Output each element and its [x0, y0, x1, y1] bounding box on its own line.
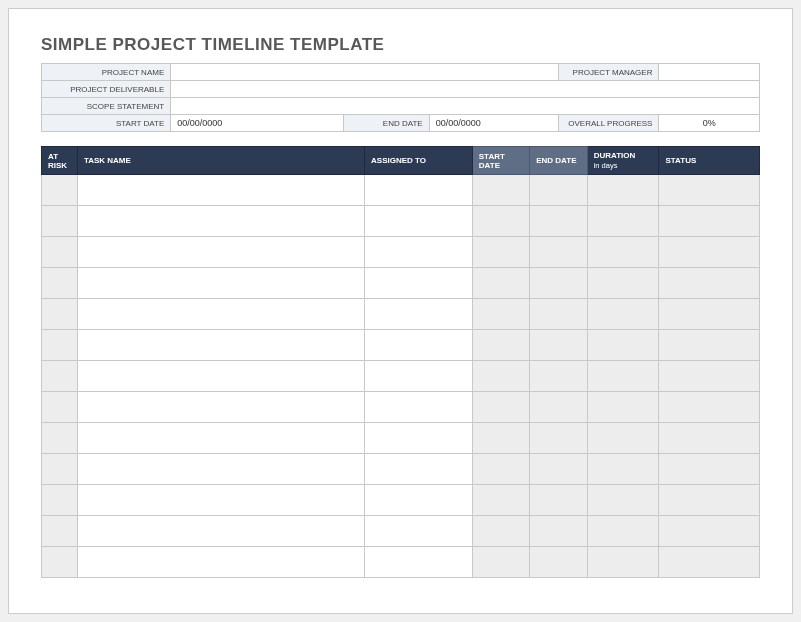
cell-start-date[interactable] — [472, 485, 529, 516]
cell-end-date[interactable] — [530, 516, 587, 547]
cell-duration[interactable] — [587, 454, 659, 485]
cell-duration[interactable] — [587, 237, 659, 268]
value-project-name[interactable] — [171, 64, 559, 81]
cell-end-date[interactable] — [530, 330, 587, 361]
cell-status[interactable] — [659, 361, 760, 392]
cell-assigned-to[interactable] — [365, 392, 473, 423]
cell-status[interactable] — [659, 330, 760, 361]
header-at-risk: AT RISK — [42, 147, 78, 175]
cell-duration[interactable] — [587, 268, 659, 299]
value-end-date[interactable]: 00/00/0000 — [429, 115, 558, 132]
cell-status[interactable] — [659, 392, 760, 423]
cell-task-name[interactable] — [77, 361, 364, 392]
cell-at-risk[interactable] — [42, 547, 78, 578]
cell-duration[interactable] — [587, 516, 659, 547]
cell-task-name[interactable] — [77, 237, 364, 268]
cell-status[interactable] — [659, 299, 760, 330]
cell-duration[interactable] — [587, 330, 659, 361]
cell-status[interactable] — [659, 454, 760, 485]
cell-task-name[interactable] — [77, 392, 364, 423]
cell-status[interactable] — [659, 237, 760, 268]
cell-at-risk[interactable] — [42, 361, 78, 392]
cell-start-date[interactable] — [472, 423, 529, 454]
cell-duration[interactable] — [587, 299, 659, 330]
cell-duration[interactable] — [587, 361, 659, 392]
cell-duration[interactable] — [587, 547, 659, 578]
value-project-manager[interactable] — [659, 64, 760, 81]
cell-end-date[interactable] — [530, 547, 587, 578]
cell-start-date[interactable] — [472, 392, 529, 423]
cell-end-date[interactable] — [530, 299, 587, 330]
cell-duration[interactable] — [587, 175, 659, 206]
cell-at-risk[interactable] — [42, 454, 78, 485]
cell-task-name[interactable] — [77, 299, 364, 330]
cell-at-risk[interactable] — [42, 516, 78, 547]
cell-assigned-to[interactable] — [365, 423, 473, 454]
cell-task-name[interactable] — [77, 454, 364, 485]
cell-start-date[interactable] — [472, 330, 529, 361]
cell-at-risk[interactable] — [42, 268, 78, 299]
cell-end-date[interactable] — [530, 206, 587, 237]
cell-status[interactable] — [659, 485, 760, 516]
cell-status[interactable] — [659, 423, 760, 454]
table-row — [42, 237, 760, 268]
cell-end-date[interactable] — [530, 268, 587, 299]
cell-status[interactable] — [659, 175, 760, 206]
cell-end-date[interactable] — [530, 485, 587, 516]
cell-status[interactable] — [659, 206, 760, 237]
cell-task-name[interactable] — [77, 547, 364, 578]
value-scope-statement[interactable] — [171, 98, 760, 115]
cell-task-name[interactable] — [77, 485, 364, 516]
cell-at-risk[interactable] — [42, 237, 78, 268]
cell-at-risk[interactable] — [42, 299, 78, 330]
cell-task-name[interactable] — [77, 516, 364, 547]
cell-end-date[interactable] — [530, 175, 587, 206]
cell-at-risk[interactable] — [42, 175, 78, 206]
value-start-date[interactable]: 00/00/0000 — [171, 115, 343, 132]
cell-assigned-to[interactable] — [365, 361, 473, 392]
cell-task-name[interactable] — [77, 423, 364, 454]
cell-start-date[interactable] — [472, 516, 529, 547]
cell-task-name[interactable] — [77, 206, 364, 237]
cell-at-risk[interactable] — [42, 423, 78, 454]
cell-start-date[interactable] — [472, 237, 529, 268]
cell-assigned-to[interactable] — [365, 454, 473, 485]
cell-assigned-to[interactable] — [365, 485, 473, 516]
cell-assigned-to[interactable] — [365, 175, 473, 206]
cell-at-risk[interactable] — [42, 206, 78, 237]
cell-duration[interactable] — [587, 206, 659, 237]
cell-start-date[interactable] — [472, 454, 529, 485]
value-project-deliverable[interactable] — [171, 81, 760, 98]
cell-end-date[interactable] — [530, 423, 587, 454]
cell-duration[interactable] — [587, 423, 659, 454]
label-project-manager: PROJECT MANAGER — [558, 64, 659, 81]
cell-status[interactable] — [659, 516, 760, 547]
cell-at-risk[interactable] — [42, 485, 78, 516]
cell-start-date[interactable] — [472, 361, 529, 392]
cell-status[interactable] — [659, 268, 760, 299]
cell-end-date[interactable] — [530, 237, 587, 268]
cell-duration[interactable] — [587, 392, 659, 423]
cell-assigned-to[interactable] — [365, 299, 473, 330]
cell-status[interactable] — [659, 547, 760, 578]
cell-assigned-to[interactable] — [365, 330, 473, 361]
cell-task-name[interactable] — [77, 330, 364, 361]
cell-task-name[interactable] — [77, 175, 364, 206]
cell-end-date[interactable] — [530, 392, 587, 423]
cell-assigned-to[interactable] — [365, 268, 473, 299]
cell-start-date[interactable] — [472, 175, 529, 206]
cell-duration[interactable] — [587, 485, 659, 516]
cell-assigned-to[interactable] — [365, 516, 473, 547]
cell-at-risk[interactable] — [42, 392, 78, 423]
cell-assigned-to[interactable] — [365, 237, 473, 268]
cell-task-name[interactable] — [77, 268, 364, 299]
cell-start-date[interactable] — [472, 268, 529, 299]
cell-start-date[interactable] — [472, 547, 529, 578]
cell-start-date[interactable] — [472, 299, 529, 330]
cell-assigned-to[interactable] — [365, 206, 473, 237]
cell-assigned-to[interactable] — [365, 547, 473, 578]
cell-end-date[interactable] — [530, 361, 587, 392]
cell-at-risk[interactable] — [42, 330, 78, 361]
cell-start-date[interactable] — [472, 206, 529, 237]
cell-end-date[interactable] — [530, 454, 587, 485]
